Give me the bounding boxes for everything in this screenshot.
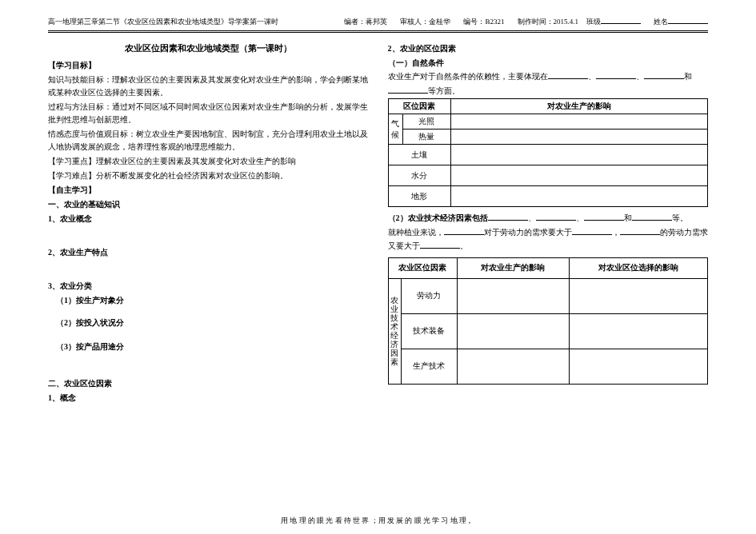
tbl2-r1: 劳动力 <box>401 278 457 313</box>
tbl2-r3: 生产技术 <box>401 349 457 384</box>
tbl1-cell <box>450 145 708 165</box>
heading-locfactor: 二、农业区位因素 <box>48 377 369 390</box>
heading-sub3: （3）按产品用途分 <box>48 341 369 353</box>
heading-selfstudy: 【自主学习】 <box>48 184 369 197</box>
heading-factor2: 2、农业的区位因素 <box>388 42 709 55</box>
content-columns: 农业区位因素和农业地域类型（第一课时） 【学习目标】 知识与技能目标：理解农业区… <box>48 42 708 406</box>
heading-goal: 【学习目标】 <box>48 59 369 72</box>
tbl1-cell <box>450 130 708 145</box>
heading-feature: 2、农业生产特点 <box>48 246 369 259</box>
tbl1-climate: 气候 <box>388 114 402 145</box>
tbl2-th-choice: 对农业区位选择的影响 <box>570 257 708 278</box>
para-tech: （2）农业技术经济因素包括、、和等。 <box>388 212 709 225</box>
tbl1-cell <box>450 114 708 130</box>
column-left: 农业区位因素和农业地域类型（第一课时） 【学习目标】 知识与技能目标：理解农业区… <box>48 42 369 406</box>
header-rule-1 <box>48 30 708 31</box>
header-author: 编者：蒋邦英 <box>344 17 387 27</box>
tbl2-cell <box>570 313 708 349</box>
para-emotion: 情感态度与价值观目标：树立农业生产要因地制宜、因时制宜，充分合理利用农业土地以及… <box>48 128 369 153</box>
tbl1-cell <box>450 165 708 186</box>
tbl2-th-factor: 农业区位因素 <box>388 257 457 278</box>
tbl2-cell <box>570 349 708 384</box>
heading-concept: 1、农业概念 <box>48 213 369 225</box>
tbl1-light: 光照 <box>402 114 450 130</box>
para-plant: 就种植业来说，对于劳动力的需求要大于，的劳动力需求 <box>388 226 709 239</box>
page-footer: 用 地 理 的 眼 光 看 待 世 界 ；用 发 展 的 眼 光 学 习 地 理… <box>0 516 756 526</box>
para-knowledge: 知识与技能目标：理解农业区位的主要因素及其发展变化对农业生产的影响，学会判断某地… <box>48 74 369 99</box>
page-header: 高一地理第三章第二节《农业区位因素和农业地域类型》导学案第一课时 编者：蒋邦英 … <box>48 16 708 27</box>
table-tech-factors: 农业区位因素 对农业生产的影响 对农业区位选择的影响 农业技术经济因素 劳动力 … <box>388 257 709 385</box>
table-natural-factors: 区位因素 对农业生产的影响 气候 光照 热量 土壤 水分 地形 <box>388 98 709 207</box>
header-class: 班级 <box>586 16 641 27</box>
para-process: 过程与方法目标：通过对不同区域不同时间农业区位因素对农业生产影响的分析，发展学生… <box>48 101 369 126</box>
heading-classify: 3、农业分类 <box>48 280 369 293</box>
tbl2-cell <box>570 278 708 313</box>
tbl1-water: 水分 <box>388 165 450 186</box>
tbl1-terrain: 地形 <box>388 186 450 207</box>
header-left: 高一地理第三章第二节《农业区位因素和农业地域类型》导学案第一课时 <box>48 17 278 27</box>
header-rule-2 <box>48 32 708 33</box>
tbl1-heat: 热量 <box>402 130 450 145</box>
heading-natural: （一）自然条件 <box>388 57 709 70</box>
header-reviewer: 审核人：金桂华 <box>400 17 450 27</box>
para-keypoint: 【学习重点】理解农业区位的主要因素及其发展变化对农业生产的影响 <box>48 155 369 168</box>
para-plant-2: 又要大于。 <box>388 240 709 253</box>
header-name: 姓名 <box>654 16 708 27</box>
heading-basics: 一、农业的基础知识 <box>48 198 369 211</box>
para-natural-intro-2: 等方面。 <box>388 85 709 98</box>
tbl1-th-factor: 区位因素 <box>388 99 450 114</box>
tbl2-th-effect: 对农业生产的影响 <box>457 257 570 278</box>
header-date: 制作时间：2015.4.1 <box>518 17 579 27</box>
heading-locconcept: 1、概念 <box>48 392 369 404</box>
column-right: 2、农业的区位因素 （一）自然条件 农业生产对于自然条件的依赖性，主要体现在、、… <box>388 42 709 406</box>
header-code: 编号：B2321 <box>463 17 504 27</box>
heading-sub1: （1）按生产对象分 <box>48 294 369 307</box>
tbl2-cell <box>457 313 570 349</box>
tbl2-cell <box>457 349 570 384</box>
doc-title: 农业区位因素和农业地域类型（第一课时） <box>48 42 369 54</box>
tbl2-r2: 技术装备 <box>401 313 457 349</box>
heading-sub2: （2）按投入状况分 <box>48 317 369 329</box>
tbl2-side: 农业技术经济因素 <box>388 278 401 384</box>
tbl1-cell <box>450 186 708 207</box>
tbl1-soil: 土壤 <box>388 145 450 165</box>
para-natural-intro: 农业生产对于自然条件的依赖性，主要体现在、、和 <box>388 70 709 83</box>
tbl1-th-effect: 对农业生产的影响 <box>450 99 708 114</box>
tbl2-cell <box>457 278 570 313</box>
para-difficult: 【学习难点】分析不断发展变化的社会经济因素对农业区位的影响。 <box>48 169 369 182</box>
